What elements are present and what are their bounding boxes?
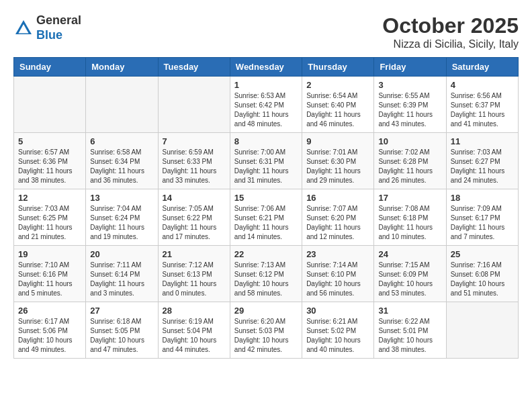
day-number: 22: [234, 249, 298, 259]
calendar-week-row: 1Sunrise: 6:53 AM Sunset: 6:42 PM Daylig…: [14, 77, 519, 133]
weekday-header: Sunday: [14, 58, 86, 77]
calendar-cell: 6Sunrise: 6:58 AM Sunset: 6:34 PM Daylig…: [86, 133, 158, 189]
day-number: 12: [18, 193, 81, 203]
day-info: Sunrise: 7:10 AM Sunset: 6:16 PM Dayligh…: [18, 261, 81, 298]
weekday-header: Saturday: [446, 58, 518, 77]
calendar-cell: 18Sunrise: 7:09 AM Sunset: 6:17 PM Dayli…: [446, 189, 518, 246]
day-number: 7: [163, 136, 226, 146]
day-number: 5: [18, 136, 81, 146]
day-info: Sunrise: 7:13 AM Sunset: 6:12 PM Dayligh…: [234, 261, 298, 298]
page-title: October 2025: [382, 13, 519, 38]
calendar-cell: 19Sunrise: 7:10 AM Sunset: 6:16 PM Dayli…: [14, 246, 86, 302]
calendar-cell: 4Sunrise: 6:56 AM Sunset: 6:37 PM Daylig…: [446, 77, 518, 133]
calendar-cell: 11Sunrise: 7:03 AM Sunset: 6:27 PM Dayli…: [446, 133, 518, 189]
day-info: Sunrise: 6:53 AM Sunset: 6:42 PM Dayligh…: [234, 91, 298, 129]
day-number: 24: [378, 249, 441, 259]
day-number: 27: [90, 306, 153, 316]
day-info: Sunrise: 7:03 AM Sunset: 6:27 PM Dayligh…: [451, 148, 514, 185]
day-info: Sunrise: 6:21 AM Sunset: 5:02 PM Dayligh…: [306, 317, 369, 355]
logo: General Blue: [13, 13, 81, 42]
calendar-cell: 31Sunrise: 6:22 AM Sunset: 5:01 PM Dayli…: [374, 302, 446, 359]
day-number: 23: [306, 249, 369, 259]
logo-blue: Blue: [36, 28, 81, 43]
day-number: 9: [306, 136, 369, 146]
day-number: 18: [451, 193, 514, 203]
day-number: 20: [90, 249, 153, 259]
calendar-header: SundayMondayTuesdayWednesdayThursdayFrid…: [14, 58, 519, 77]
calendar-cell: 28Sunrise: 6:19 AM Sunset: 5:04 PM Dayli…: [158, 302, 230, 359]
day-info: Sunrise: 7:15 AM Sunset: 6:09 PM Dayligh…: [378, 261, 441, 298]
calendar-table: SundayMondayTuesdayWednesdayThursdayFrid…: [13, 57, 519, 359]
calendar-cell: 2Sunrise: 6:54 AM Sunset: 6:40 PM Daylig…: [302, 77, 374, 133]
weekday-header: Tuesday: [158, 58, 230, 77]
day-number: 15: [234, 193, 298, 203]
page-subtitle: Nizza di Sicilia, Sicily, Italy: [382, 38, 519, 50]
day-info: Sunrise: 6:22 AM Sunset: 5:01 PM Dayligh…: [378, 317, 441, 355]
day-number: 8: [234, 136, 298, 146]
calendar-cell: 24Sunrise: 7:15 AM Sunset: 6:09 PM Dayli…: [374, 246, 446, 302]
day-number: 31: [378, 306, 441, 316]
calendar-cell: 3Sunrise: 6:55 AM Sunset: 6:39 PM Daylig…: [374, 77, 446, 133]
calendar-cell: 12Sunrise: 7:03 AM Sunset: 6:25 PM Dayli…: [14, 189, 86, 246]
calendar-cell: 30Sunrise: 6:21 AM Sunset: 5:02 PM Dayli…: [302, 302, 374, 359]
day-info: Sunrise: 6:55 AM Sunset: 6:39 PM Dayligh…: [378, 91, 441, 129]
logo-icon: [13, 18, 34, 38]
day-info: Sunrise: 7:16 AM Sunset: 6:08 PM Dayligh…: [451, 261, 514, 298]
weekday-row: SundayMondayTuesdayWednesdayThursdayFrid…: [14, 58, 519, 77]
day-number: 11: [451, 136, 514, 146]
day-number: 1: [234, 80, 298, 90]
title-block: October 2025 Nizza di Sicilia, Sicily, I…: [382, 13, 519, 50]
calendar-cell: 15Sunrise: 7:06 AM Sunset: 6:21 PM Dayli…: [230, 189, 302, 246]
day-number: 28: [163, 306, 226, 316]
day-info: Sunrise: 7:01 AM Sunset: 6:30 PM Dayligh…: [306, 148, 369, 185]
calendar-cell: 29Sunrise: 6:20 AM Sunset: 5:03 PM Dayli…: [230, 302, 302, 359]
day-number: 17: [378, 193, 441, 203]
calendar-cell: [158, 77, 230, 133]
calendar-cell: 16Sunrise: 7:07 AM Sunset: 6:20 PM Dayli…: [302, 189, 374, 246]
calendar-cell: 8Sunrise: 7:00 AM Sunset: 6:31 PM Daylig…: [230, 133, 302, 189]
calendar-week-row: 19Sunrise: 7:10 AM Sunset: 6:16 PM Dayli…: [14, 246, 519, 302]
calendar-cell: 5Sunrise: 6:57 AM Sunset: 6:36 PM Daylig…: [14, 133, 86, 189]
calendar-cell: 26Sunrise: 6:17 AM Sunset: 5:06 PM Dayli…: [14, 302, 86, 359]
day-number: 19: [18, 249, 81, 259]
day-info: Sunrise: 6:58 AM Sunset: 6:34 PM Dayligh…: [90, 148, 153, 185]
calendar-cell: 25Sunrise: 7:16 AM Sunset: 6:08 PM Dayli…: [446, 246, 518, 302]
calendar-cell: 10Sunrise: 7:02 AM Sunset: 6:28 PM Dayli…: [374, 133, 446, 189]
calendar-cell: [446, 302, 518, 359]
day-info: Sunrise: 7:11 AM Sunset: 6:14 PM Dayligh…: [90, 261, 153, 298]
day-info: Sunrise: 7:02 AM Sunset: 6:28 PM Dayligh…: [378, 148, 441, 185]
day-number: 13: [90, 193, 153, 203]
day-info: Sunrise: 7:09 AM Sunset: 6:17 PM Dayligh…: [451, 204, 514, 242]
day-info: Sunrise: 6:17 AM Sunset: 5:06 PM Dayligh…: [18, 317, 81, 355]
calendar-cell: 27Sunrise: 6:18 AM Sunset: 5:05 PM Dayli…: [86, 302, 158, 359]
day-info: Sunrise: 7:14 AM Sunset: 6:10 PM Dayligh…: [306, 261, 369, 298]
calendar-cell: 17Sunrise: 7:08 AM Sunset: 6:18 PM Dayli…: [374, 189, 446, 246]
calendar-body: 1Sunrise: 6:53 AM Sunset: 6:42 PM Daylig…: [14, 77, 519, 359]
day-info: Sunrise: 7:00 AM Sunset: 6:31 PM Dayligh…: [234, 148, 298, 185]
day-number: 25: [451, 249, 514, 259]
calendar-week-row: 5Sunrise: 6:57 AM Sunset: 6:36 PM Daylig…: [14, 133, 519, 189]
calendar-cell: 13Sunrise: 7:04 AM Sunset: 6:24 PM Dayli…: [86, 189, 158, 246]
day-info: Sunrise: 7:05 AM Sunset: 6:22 PM Dayligh…: [163, 204, 226, 242]
calendar-cell: [86, 77, 158, 133]
day-info: Sunrise: 6:59 AM Sunset: 6:33 PM Dayligh…: [163, 148, 226, 185]
calendar-cell: 21Sunrise: 7:12 AM Sunset: 6:13 PM Dayli…: [158, 246, 230, 302]
calendar-week-row: 26Sunrise: 6:17 AM Sunset: 5:06 PM Dayli…: [14, 302, 519, 359]
day-number: 14: [163, 193, 226, 203]
day-info: Sunrise: 6:20 AM Sunset: 5:03 PM Dayligh…: [234, 317, 298, 355]
day-info: Sunrise: 6:56 AM Sunset: 6:37 PM Dayligh…: [451, 91, 514, 129]
day-number: 4: [451, 80, 514, 90]
day-number: 6: [90, 136, 153, 146]
calendar-cell: 1Sunrise: 6:53 AM Sunset: 6:42 PM Daylig…: [230, 77, 302, 133]
day-info: Sunrise: 7:04 AM Sunset: 6:24 PM Dayligh…: [90, 204, 153, 242]
calendar-cell: 14Sunrise: 7:05 AM Sunset: 6:22 PM Dayli…: [158, 189, 230, 246]
logo-general: General: [36, 13, 81, 28]
day-info: Sunrise: 7:07 AM Sunset: 6:20 PM Dayligh…: [306, 204, 369, 242]
day-number: 26: [18, 306, 81, 316]
day-number: 21: [163, 249, 226, 259]
calendar-cell: 23Sunrise: 7:14 AM Sunset: 6:10 PM Dayli…: [302, 246, 374, 302]
day-number: 30: [306, 306, 369, 316]
weekday-header: Thursday: [302, 58, 374, 77]
weekday-header: Monday: [86, 58, 158, 77]
page-header: General Blue October 2025 Nizza di Sicil…: [13, 13, 519, 50]
